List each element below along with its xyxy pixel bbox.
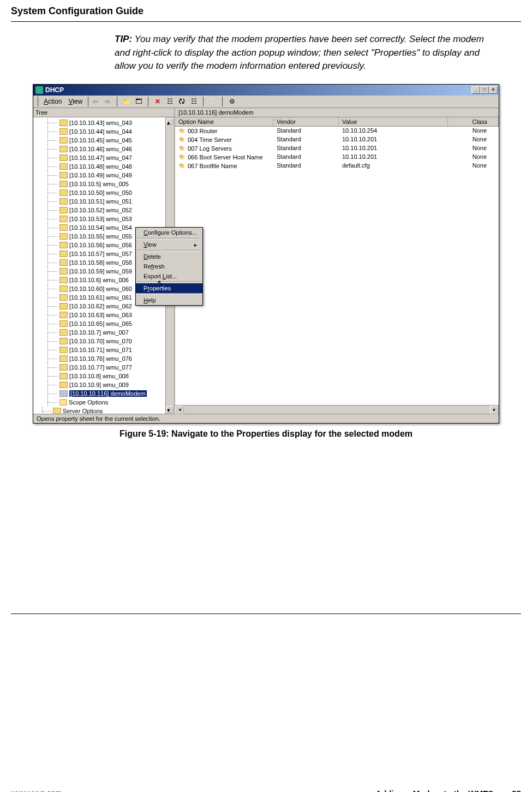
header-rule: [11, 21, 521, 22]
hscroll-left-icon[interactable]: ◂: [175, 406, 184, 414]
reservation-icon: [59, 242, 68, 248]
tree-item[interactable]: [10.10.10.70] wmu_070: [38, 337, 174, 346]
tree-item[interactable]: [10.10.10.48] wmu_048: [38, 162, 174, 171]
tree-item[interactable]: [10.10.10.71] wmu_071: [38, 346, 174, 354]
col-option-name[interactable]: Option Name: [175, 117, 273, 126]
tree-item-label: [10.10.10.47] wmu_047: [69, 154, 132, 161]
col-class[interactable]: Class: [448, 117, 499, 126]
tree-item[interactable]: [10.10.10.51] wmu_051: [38, 197, 174, 206]
help-icon[interactable]: ❔: [208, 97, 218, 106]
tree-item[interactable]: [10.10.10.43] wmu_043: [38, 118, 174, 127]
tree-item-label: [10.10.10.58] wmu_058: [69, 259, 132, 266]
menu-view-item[interactable]: View: [136, 240, 202, 249]
option-name: 003 Router: [188, 128, 217, 134]
maximize-button[interactable]: □: [480, 86, 489, 94]
menu-configure-options[interactable]: Configure Options...: [136, 228, 202, 237]
tree-item-label: [10.10.10.53] wmu_053: [69, 216, 132, 222]
up-icon[interactable]: 📁: [122, 97, 131, 106]
reservation-icon: [59, 364, 68, 371]
column-headers[interactable]: Option Name Vendor Value Class: [175, 117, 499, 127]
option-class: None: [448, 127, 499, 135]
option-class: None: [448, 153, 499, 161]
show-icon[interactable]: 🗔: [134, 97, 144, 106]
menu-export-list[interactable]: Export List...: [136, 271, 202, 281]
details-hscroll[interactable]: ◂ ▸: [175, 405, 499, 414]
reservation-icon: [59, 120, 68, 126]
tree-item[interactable]: [10.10.10.50] wmu_050: [38, 188, 174, 197]
option-value: default.cfg: [339, 162, 448, 170]
option-icon: [178, 153, 186, 161]
tree-item[interactable]: [10.10.10.76] wmu_076: [38, 354, 174, 363]
forward-icon[interactable]: ⇨: [103, 97, 112, 106]
col-vendor[interactable]: Vendor: [273, 117, 339, 126]
menu-separator: [137, 250, 201, 251]
reservation-icon: [59, 329, 68, 336]
option-class: None: [448, 162, 499, 170]
tree-item-label: [10.10.10.51] wmu_051: [69, 198, 132, 205]
tree-item[interactable]: [10.10.10.45] wmu_045: [38, 136, 174, 145]
tree-item-label: Scope Options: [69, 399, 108, 406]
tree-item[interactable]: [10.10.10.46] wmu_046: [38, 145, 174, 153]
option-name: 004 Time Server: [188, 136, 232, 143]
option-class: None: [448, 145, 499, 152]
reservation-icon: [59, 207, 68, 213]
tool-icon-1[interactable]: ☷: [165, 97, 175, 106]
footer-link[interactable]: www.vyyo.com: [11, 789, 62, 792]
tree-item[interactable]: [10.10.10.7] wmu_007: [38, 328, 174, 337]
tree-item-label: [10.10.10.44] wmu_044: [69, 128, 132, 135]
details-pane: [10.10.10.116] demoModem Option Name Ven…: [175, 108, 499, 414]
back-icon[interactable]: ⇦: [91, 97, 100, 106]
tree-scope-options[interactable]: Scope Options: [38, 398, 174, 407]
tree-item[interactable]: [10.10.10.44] wmu_044: [38, 127, 174, 136]
tree-item-label: [10.10.10.49] wmu_049: [69, 172, 132, 178]
tree-item[interactable]: [10.10.10.52] wmu_052: [38, 206, 174, 215]
tree-item[interactable]: [10.10.10.63] wmu_063: [38, 311, 174, 319]
tool-icon-3[interactable]: ⚙: [227, 97, 237, 106]
tree-item-label: [10.10.10.57] wmu_057: [69, 251, 132, 257]
page-footer: www.vyyo.com Adding a Modem to the WMTS …: [0, 789, 532, 792]
reservation-icon: [59, 285, 68, 292]
tree-item[interactable]: [10.10.10.77] wmu_077: [38, 363, 174, 372]
option-row[interactable]: 004 Time ServerStandard10.10.10.201None: [175, 135, 499, 144]
tree-item-label: [10.10.10.56] wmu_056: [69, 242, 132, 248]
minimize-button[interactable]: _: [471, 86, 480, 94]
menu-delete[interactable]: Delete: [136, 252, 202, 261]
reservation-icon: [59, 338, 68, 344]
hscroll-right-icon[interactable]: ▸: [490, 406, 499, 414]
tree-item[interactable]: [10.10.10.5] wmu_005: [38, 180, 174, 188]
tree-item[interactable]: [10.10.10.47] wmu_047: [38, 153, 174, 162]
tool-icon-2[interactable]: ☷: [189, 97, 199, 106]
menu-view[interactable]: View: [65, 97, 86, 106]
tree-item[interactable]: [10.10.10.8] wmu_008: [38, 372, 174, 380]
tree-item-label: [10.10.10.76] wmu_076: [69, 355, 132, 362]
tree-item[interactable]: [10.10.10.9] wmu_009: [38, 380, 174, 389]
col-value[interactable]: Value: [339, 117, 448, 126]
titlebar[interactable]: DHCP _ □ ×: [33, 85, 499, 96]
scroll-up-icon[interactable]: ▴: [166, 118, 174, 125]
menu-action[interactable]: Action: [40, 97, 65, 106]
refresh-icon[interactable]: 🗘: [177, 97, 187, 106]
option-row[interactable]: 066 Boot Server Host NameStandard10.10.1…: [175, 153, 499, 162]
option-vendor: Standard: [273, 127, 339, 135]
details-rows: 003 RouterStandard10.10.10.254None004 Ti…: [175, 127, 499, 170]
tree-item[interactable]: [10.10.10.53] wmu_053: [38, 215, 174, 223]
delete-icon[interactable]: ✕: [153, 97, 163, 106]
menu-refresh[interactable]: Refresh: [136, 261, 202, 271]
close-button[interactable]: ×: [489, 86, 498, 94]
option-row[interactable]: 003 RouterStandard10.10.10.254None: [175, 127, 499, 135]
reservation-icon: [59, 154, 68, 161]
tree-item-selected[interactable]: [10.10.10.116] demoModem: [38, 389, 174, 398]
reservation-icon: [59, 312, 68, 318]
doc-header: System Configuration Guide: [0, 0, 532, 17]
tree-server-options[interactable]: Server Options: [38, 407, 174, 414]
option-row[interactable]: 007 Log ServersStandard10.10.10.201None: [175, 144, 499, 153]
menu-properties[interactable]: Properties: [136, 283, 202, 293]
server-options-icon: [53, 408, 61, 414]
menu-help[interactable]: Help: [136, 295, 202, 305]
tree-item[interactable]: [10.10.10.49] wmu_049: [38, 171, 174, 180]
tree-item[interactable]: [10.10.10.65] wmu_065: [38, 319, 174, 328]
scroll-down-icon[interactable]: ▾: [166, 406, 174, 413]
footer-page-info: Adding a Modem to the WMTS – p. 55: [375, 789, 521, 792]
option-row[interactable]: 067 Bootfile NameStandarddefault.cfgNone: [175, 162, 499, 170]
tree-item-label: [10.10.10.71] wmu_071: [69, 347, 132, 353]
